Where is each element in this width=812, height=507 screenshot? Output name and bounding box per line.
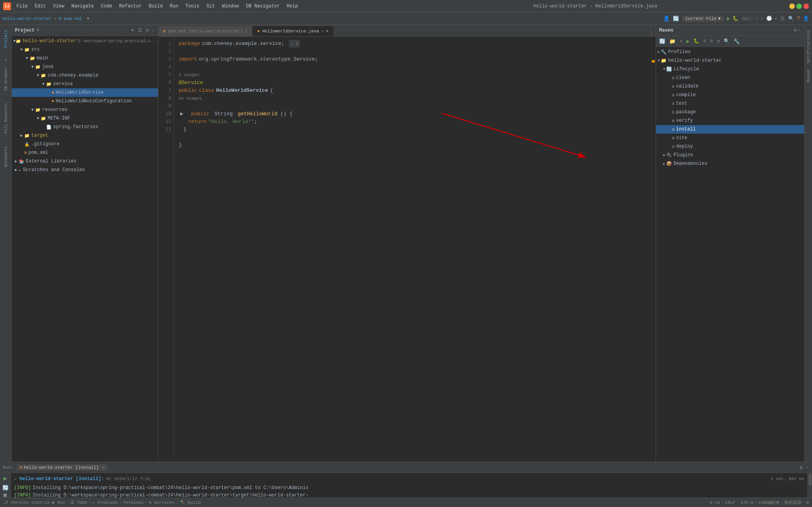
- status-encoding[interactable]: UTF-8: [740, 500, 753, 505]
- debug-icon[interactable]: 🐛: [733, 16, 739, 21]
- maven-lifecycle[interactable]: ▼ 🔄 Lifecycle: [656, 65, 804, 73]
- maven-search-icon[interactable]: 🔍: [722, 37, 731, 45]
- project-expand-icon[interactable]: ⊕: [131, 27, 134, 33]
- tree-item-scratches[interactable]: ▶ ✏ Scratches and Consoles: [12, 166, 158, 174]
- tree-item-external-libs[interactable]: ▶ 📚 External Libraries: [12, 157, 158, 166]
- menu-help[interactable]: Help: [283, 2, 301, 10]
- tree-item-main[interactable]: ▼ 📁 main: [12, 54, 158, 62]
- tree-item-root[interactable]: ▼ 📁 hello-world-starter D:\workspace\spr…: [12, 37, 158, 45]
- code-editor[interactable]: 12345 678910 1112 packagecom.cheney.exam…: [158, 37, 656, 462]
- tab-close-pom[interactable]: ✕: [245, 29, 247, 34]
- run-tab-close[interactable]: ✕: [102, 465, 104, 470]
- maven-download-icon[interactable]: ⬇: [678, 37, 684, 45]
- maven-profiles[interactable]: ▶ 🔧 Profiles: [656, 48, 804, 56]
- editor-scrollbar[interactable]: [651, 37, 656, 462]
- tree-item-helloworld-service[interactable]: ● HelloWorldService: [12, 88, 158, 97]
- vcs-icon[interactable]: 🔄: [673, 16, 679, 22]
- menu-navigate[interactable]: Navigate: [68, 2, 97, 10]
- status-run[interactable]: ▶ Run: [52, 500, 65, 505]
- maven-validate[interactable]: ⚙validate: [656, 82, 804, 91]
- close-button[interactable]: [803, 4, 809, 9]
- minimize-button[interactable]: [789, 4, 795, 9]
- tree-item-src[interactable]: ▼ 📁 src: [12, 45, 158, 54]
- maven-generate-icon[interactable]: ⇈: [715, 37, 721, 45]
- sidebar-db-icon[interactable]: DB Browser: [1, 65, 11, 93]
- menu-dbnavigator[interactable]: DB Navigator: [243, 2, 283, 10]
- git-push[interactable]: ✓: [761, 16, 764, 21]
- sidebar-project-icon[interactable]: Project: [1, 27, 11, 51]
- help-icon[interactable]: ?: [797, 16, 800, 21]
- maven-clean[interactable]: ⚙clean: [656, 73, 804, 82]
- menu-edit[interactable]: Edit: [32, 2, 49, 10]
- tab-overflow-icon[interactable]: ⋮: [647, 30, 656, 36]
- maven-dependencies[interactable]: ▶ 📦 Dependencies: [656, 159, 804, 168]
- maven-verify[interactable]: ⚙verify: [656, 116, 804, 125]
- maven-project-root[interactable]: ▼ 📁 hello-world-starter: [656, 56, 804, 65]
- maven-plugins[interactable]: ▶ 🔌 Plugins: [656, 151, 804, 159]
- undo-icon[interactable]: ↩: [774, 16, 777, 21]
- current-file-dropdown[interactable]: Current File ▼: [682, 16, 724, 22]
- status-vcs[interactable]: ⎇ Version Control: [3, 500, 50, 505]
- status-crlf[interactable]: CRLF: [725, 500, 735, 505]
- status-services[interactable]: ⚙ Services: [149, 500, 175, 505]
- sidebar-pullreq-icon[interactable]: Pull Requests: [1, 101, 11, 136]
- menu-view[interactable]: View: [50, 2, 68, 10]
- gutter-run-icon[interactable]: ▶: [180, 110, 183, 118]
- maven-site[interactable]: ⚙site: [656, 134, 804, 142]
- tree-item-metainf[interactable]: ▼ 📁 META-INF: [12, 114, 158, 123]
- run-settings-icon[interactable]: ⚙: [799, 464, 803, 471]
- code-content[interactable]: packagecom.cheney.example.service; ⚠ 1 i…: [174, 37, 651, 462]
- tab-pom-xml[interactable]: m pom.xml (hello-world-starter) ✕: [158, 26, 253, 36]
- maven-install[interactable]: ⚙install: [656, 125, 804, 134]
- sidebar-commit-icon[interactable]: ⬆: [1, 55, 11, 65]
- tree-item-java[interactable]: ▼ 📁 java: [12, 62, 158, 71]
- notifications-label[interactable]: Notifications: [805, 27, 812, 66]
- console-reload-btn[interactable]: 🔄: [2, 485, 9, 491]
- translate-icon[interactable]: 文: [780, 15, 785, 22]
- maximize-button[interactable]: [796, 4, 802, 9]
- status-terminal[interactable]: Terminal: [123, 500, 144, 505]
- maven-settings-icon[interactable]: ⚙: [794, 27, 797, 33]
- maven-wrench-icon[interactable]: 🔧: [732, 37, 741, 45]
- status-build[interactable]: 🔨 Build: [180, 500, 201, 505]
- user-icon[interactable]: 👤: [803, 16, 809, 21]
- maven-debug-icon[interactable]: 🐛: [692, 37, 701, 45]
- menu-code[interactable]: Code: [98, 2, 115, 10]
- tree-item-resources[interactable]: ▼ 📁 resources: [12, 105, 158, 114]
- menu-build[interactable]: Build: [145, 2, 166, 10]
- status-line-col[interactable]: 6:14: [710, 500, 720, 505]
- project-settings-icon[interactable]: ⚙: [146, 27, 149, 33]
- maven-compile[interactable]: ⚙compile: [656, 91, 804, 99]
- menu-refactor[interactable]: Refactor: [116, 2, 145, 10]
- run-tab[interactable]: m hello-world-starter [install] ✕: [16, 464, 107, 471]
- maven-refresh-icon[interactable]: 🔄: [658, 37, 667, 45]
- maven-add-icon[interactable]: 📁: [668, 37, 677, 45]
- maven-deploy[interactable]: ⚙deploy: [656, 142, 804, 151]
- tree-item-spring-factories[interactable]: 📄 spring.factories: [12, 123, 158, 131]
- project-collapse-icon[interactable]: ☰: [138, 27, 142, 33]
- maven-toggle-icon[interactable]: #: [702, 38, 708, 45]
- tab-close-service[interactable]: ✕: [321, 29, 324, 34]
- maven-run-icon[interactable]: ▶: [685, 37, 691, 45]
- clock-icon[interactable]: 🕐: [766, 16, 772, 21]
- tree-item-service[interactable]: ▼ 📁 service: [12, 80, 158, 88]
- menu-file[interactable]: File: [13, 2, 31, 10]
- console-play-btn[interactable]: ▶: [4, 475, 7, 482]
- run-config-play[interactable]: ▶: [727, 15, 730, 22]
- maven-minimize-icon[interactable]: –: [798, 28, 801, 33]
- maven-test[interactable]: ⚙test: [656, 99, 804, 108]
- tree-item-pom[interactable]: m pom.xml: [12, 148, 158, 157]
- tree-item-gitignore[interactable]: 🔒 .gitignore: [12, 140, 158, 148]
- menu-window[interactable]: Window: [219, 2, 242, 10]
- maven-package[interactable]: ⚙package: [656, 108, 804, 116]
- tree-item-target[interactable]: ▶ 📁 target: [12, 131, 158, 140]
- run-minimize-icon[interactable]: –: [806, 464, 809, 470]
- menu-run[interactable]: Run: [167, 2, 181, 10]
- sidebar-bookmarks-icon[interactable]: Bookmarks: [1, 144, 11, 170]
- tree-item-autoconfiguration[interactable]: ● HelloWorldAutoConfiguration: [12, 97, 158, 105]
- maven-side-label[interactable]: Maven: [805, 66, 812, 86]
- search-icon[interactable]: 🔍: [788, 16, 794, 21]
- tab-helloworld-service[interactable]: ● HelloWorldService.java ✕ ▼: [253, 26, 333, 36]
- project-minimize-icon[interactable]: –: [152, 28, 155, 33]
- status-problems[interactable]: ⚠ Problems: [92, 500, 118, 505]
